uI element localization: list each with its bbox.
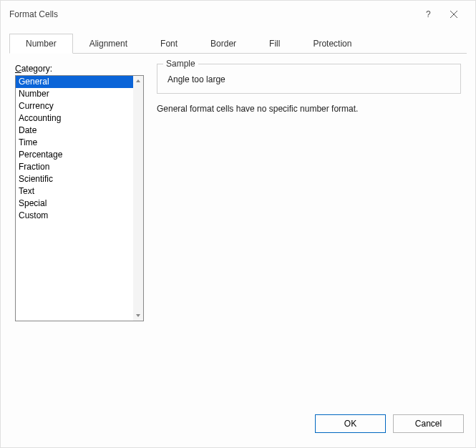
tab-fill[interactable]: Fill	[253, 34, 296, 54]
ok-button[interactable]: OK	[315, 414, 386, 433]
close-icon	[450, 11, 457, 18]
list-item[interactable]: Custom	[16, 210, 133, 222]
tab-font[interactable]: Font	[144, 34, 194, 54]
svg-marker-3	[136, 79, 140, 82]
right-panel: Sample Angle too large General format ce…	[157, 64, 461, 406]
category-list-inner: General Number Currency Accounting Date …	[16, 76, 133, 321]
category-section: Category: General Number Currency Accoun…	[15, 64, 144, 406]
list-item[interactable]: Date	[16, 125, 133, 137]
sample-value: Angle too large	[166, 74, 452, 84]
list-item[interactable]: Special	[16, 198, 133, 210]
category-label: Category:	[15, 64, 144, 74]
tab-alignment[interactable]: Alignment	[73, 34, 144, 54]
list-item[interactable]: Currency	[16, 100, 133, 112]
list-item[interactable]: Accounting	[16, 112, 133, 125]
dialog-title: Format Cells	[9, 9, 415, 19]
format-cells-dialog: Format Cells ? Number Alignment Font Bor…	[0, 0, 476, 448]
list-item[interactable]: General	[16, 76, 133, 88]
list-item[interactable]: Percentage	[16, 149, 133, 161]
svg-text:?: ?	[426, 10, 431, 19]
category-listbox[interactable]: General Number Currency Accounting Date …	[15, 75, 144, 321]
tab-number[interactable]: Number	[9, 34, 73, 54]
help-button[interactable]: ?	[415, 3, 441, 26]
list-item[interactable]: Time	[16, 137, 133, 149]
list-item[interactable]: Scientific	[16, 173, 133, 185]
sample-label: Sample	[163, 59, 198, 69]
content: Category: General Number Currency Accoun…	[1, 54, 475, 406]
list-item[interactable]: Fraction	[16, 161, 133, 173]
sample-box: Sample Angle too large	[157, 64, 461, 94]
svg-marker-4	[136, 314, 140, 317]
tabs: Number Alignment Font Border Fill Protec…	[9, 34, 467, 54]
scroll-up-icon[interactable]	[133, 76, 143, 86]
scrollbar[interactable]	[133, 76, 143, 321]
list-item[interactable]: Text	[16, 185, 133, 198]
footer: OK Cancel	[1, 406, 475, 447]
help-icon: ?	[424, 10, 432, 19]
tab-protection[interactable]: Protection	[296, 34, 368, 54]
scroll-down-icon[interactable]	[133, 311, 143, 321]
cancel-button[interactable]: Cancel	[393, 414, 464, 433]
list-item[interactable]: Number	[16, 88, 133, 100]
description-text: General format cells have no specific nu…	[157, 104, 461, 114]
tab-border[interactable]: Border	[194, 34, 253, 54]
close-button[interactable]	[441, 3, 467, 26]
titlebar: Format Cells ?	[1, 1, 475, 28]
